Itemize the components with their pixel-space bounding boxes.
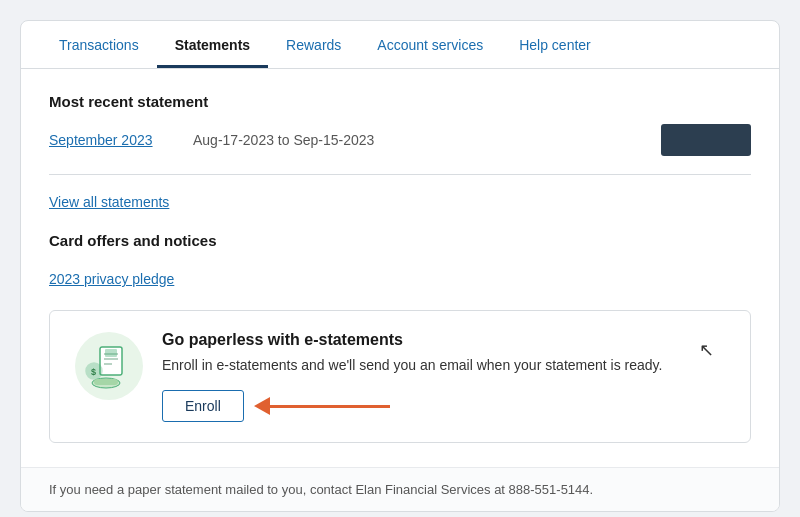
svg-rect-5	[105, 349, 117, 357]
most-recent-heading: Most recent statement	[49, 93, 751, 110]
tab-rewards[interactable]: Rewards	[268, 21, 359, 68]
view-all-statements-link[interactable]: View all statements	[49, 194, 169, 210]
divider-1	[49, 174, 751, 175]
paperless-box: $ Go paperless with e-statements Enroll …	[49, 310, 751, 443]
svg-text:$: $	[91, 367, 96, 377]
card-offers-heading: Card offers and notices	[49, 232, 751, 249]
tab-help-center[interactable]: Help center	[501, 21, 609, 68]
enroll-button[interactable]: Enroll	[162, 390, 244, 422]
statement-row: September 2023 Aug-17-2023 to Sep-15-202…	[49, 124, 751, 156]
paperless-icon: $	[74, 331, 144, 401]
tab-statements[interactable]: Statements	[157, 21, 268, 68]
arrow-line	[270, 405, 390, 408]
footer-note: If you need a paper statement mailed to …	[21, 467, 779, 511]
tab-transactions[interactable]: Transactions	[41, 21, 157, 68]
svg-rect-9	[94, 379, 118, 385]
paperless-text-block: Go paperless with e-statements Enroll in…	[162, 331, 726, 422]
card-offers-section: Card offers and notices 2023 privacy ple…	[49, 232, 751, 288]
cursor-indicator: ↖	[699, 339, 714, 361]
privacy-pledge-link[interactable]: 2023 privacy pledge	[49, 271, 174, 287]
statement-redacted-block	[661, 124, 751, 156]
arrow-head	[254, 397, 270, 415]
tab-bar: Transactions Statements Rewards Account …	[21, 21, 779, 69]
statement-month-link[interactable]: September 2023	[49, 132, 169, 148]
statement-date-range: Aug-17-2023 to Sep-15-2023	[193, 132, 637, 148]
arrow-indicator	[254, 397, 390, 415]
paperless-description: Enroll in e-statements and we'll send yo…	[162, 355, 726, 376]
paperless-title: Go paperless with e-statements	[162, 331, 726, 349]
content-area: Most recent statement September 2023 Aug…	[21, 69, 779, 467]
main-card: Transactions Statements Rewards Account …	[20, 20, 780, 512]
tab-account-services[interactable]: Account services	[359, 21, 501, 68]
